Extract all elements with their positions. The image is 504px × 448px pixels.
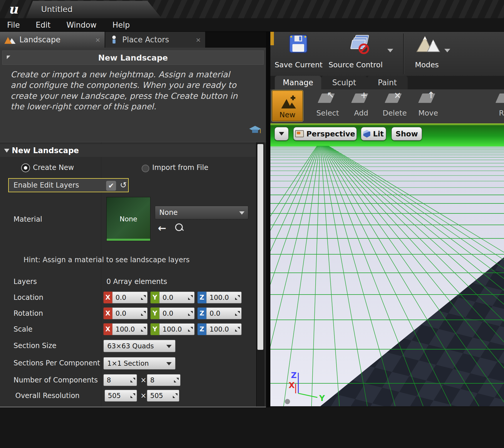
tool-new-button[interactable]: New [272,90,303,121]
location-x-value: 0.0 [115,294,126,301]
drag-spin-icon[interactable] [173,393,178,398]
use-selected-asset-icon[interactable]: ← [158,222,166,234]
tab-place-actors-close-icon[interactable]: × [196,36,201,44]
drag-spin-icon[interactable] [141,311,146,316]
viewport-3d[interactable]: Z X Y Perspective Lit Show [270,123,504,406]
browse-asset-icon[interactable] [175,223,183,231]
create-new-radio[interactable] [21,163,30,172]
tab-place-actors[interactable]: Place Actors × [105,32,205,48]
menu-window[interactable]: Window [66,21,97,29]
source-control-chevron-icon[interactable] [387,49,393,52]
resolution-y-field[interactable]: 505 [147,390,179,402]
save-current-label[interactable]: Save Current [273,61,324,69]
rotation-z-field[interactable]: 0.0 [206,307,242,319]
tool-move-button[interactable]: ↑ Move [412,89,444,123]
multiply-sign: × [140,376,146,384]
section-size-value: 63×63 Quads [107,342,154,350]
drag-spin-icon[interactable] [235,295,240,300]
menu-edit[interactable]: Edit [36,21,51,29]
document-tab[interactable]: Untitled [26,1,162,18]
axis-y-label: Y [319,394,325,403]
tab-landscape-close-icon[interactable]: × [95,36,101,44]
source-control-label[interactable]: Source Control [326,61,385,69]
sections-per-component-label: Sections Per Component [14,359,100,367]
location-x-field[interactable]: 0.0 [112,292,148,303]
drag-spin-icon[interactable] [130,393,135,398]
drag-spin-icon[interactable] [188,327,193,332]
save-current-icon[interactable] [289,34,308,54]
material-dropdown[interactable]: None [155,206,248,219]
chevron-down-icon [239,211,245,215]
tab-manage[interactable]: Manage [275,76,321,89]
location-z-field[interactable]: 100.0 [206,292,242,303]
drag-spin-icon[interactable] [141,295,146,300]
tool-add-button[interactable]: + Add [345,89,377,123]
drag-spin-icon[interactable] [235,311,240,316]
scale-x-field[interactable]: 100.0 [112,323,148,335]
enable-edit-layers-checkbox[interactable]: ✔ [106,180,116,191]
drag-spin-icon[interactable] [174,378,179,382]
landscape-mode-tabs: Manage Sculpt Paint [270,76,504,89]
menu-help[interactable]: Help [112,21,130,29]
location-label: Location [14,293,43,302]
viewport-lit-button[interactable]: Lit [361,127,386,141]
bottom-area [0,407,504,448]
viewport-show-button[interactable]: Show [391,127,422,141]
section-expand-icon[interactable] [4,149,9,153]
scale-y-field[interactable]: 100.0 [159,323,195,335]
rotation-label: Rotation [14,309,43,317]
toolbar-separator [403,34,404,74]
main-toolbar: Save Current Source Control Modes [270,32,504,76]
modes-chevron-icon[interactable] [444,49,450,52]
location-z-value: 100.0 [210,294,229,301]
import-from-file-radio[interactable] [142,165,149,172]
viewport-options-button[interactable] [274,127,289,141]
sections-per-component-dropdown[interactable]: 1×1 Section [103,357,175,370]
chevron-down-icon [279,132,284,136]
viewport-perspective-button[interactable]: Perspective [293,127,357,141]
modes-icon[interactable] [415,32,441,54]
resolution-y-value: 505 [150,392,163,399]
drag-spin-icon[interactable] [130,378,135,382]
tab-landscape[interactable]: Landscape × [0,32,105,48]
tool-select-button[interactable]: ↖ Select [312,89,344,123]
create-new-label: Create New [33,163,74,172]
axis-z-label: Z [291,371,297,380]
panel-splitter[interactable] [266,32,270,448]
tab-sculpt[interactable]: Sculpt [321,76,367,89]
layers-value: 0 Array elements [106,278,167,286]
resize-tool-icon [495,93,504,103]
location-y-field[interactable]: 0.0 [159,292,195,303]
rotation-y-field[interactable]: 0.0 [159,307,195,319]
resolution-x-field[interactable]: 505 [105,390,137,402]
components-x-field[interactable]: 8 [103,374,137,386]
enable-edit-layers-row: Enable Edit Layers ✔ ↺ [8,178,129,192]
rotation-x-field[interactable]: 0.0 [112,307,148,319]
components-y-field[interactable]: 8 [147,374,180,386]
perspective-label: Perspective [307,130,355,138]
unreal-logo-icon[interactable]: u [3,1,24,18]
section-size-dropdown[interactable]: 63×63 Quads [103,340,175,352]
modes-label[interactable]: Modes [408,61,445,69]
menu-file[interactable]: File [7,21,20,29]
new-landscape-header[interactable]: New Landscape [2,51,264,65]
drag-spin-icon[interactable] [235,327,240,332]
scrollbar-track[interactable] [256,142,264,408]
scale-z-field[interactable]: 100.0 [206,323,242,335]
material-thumbnail[interactable]: None [106,197,150,241]
tool-delete-button[interactable]: × Delete [379,89,411,123]
multiply-sign: × [140,392,146,400]
drag-spin-icon[interactable] [141,327,146,332]
section-new-landscape[interactable]: New Landscape [0,144,256,157]
tool-resize-button[interactable]: ↕ Res [489,89,504,123]
tutorial-cap-icon[interactable] [249,125,262,136]
scrollbar-thumb[interactable] [257,144,263,350]
panel-tab-strip: Landscape × Place Actors × [0,32,266,48]
landscape-panel: Landscape × Place Actors × New Landscape… [0,32,266,407]
reset-to-default-icon[interactable]: ↺ [120,180,127,190]
source-control-icon[interactable] [347,34,372,55]
drag-spin-icon[interactable] [188,295,193,300]
drag-spin-icon[interactable] [188,311,193,316]
tab-paint[interactable]: Paint [367,76,408,89]
show-label: Show [396,130,418,138]
